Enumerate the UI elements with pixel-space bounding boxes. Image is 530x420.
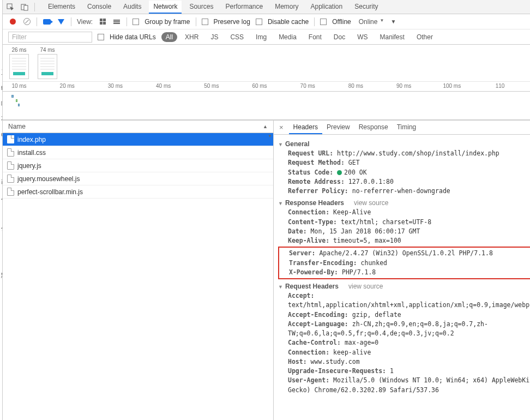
file-name: index.php	[17, 136, 46, 143]
filter-type-all[interactable]: All	[161, 32, 177, 42]
ruler-tick: 30 ms	[108, 83, 123, 89]
filter-type-doc[interactable]: Doc	[329, 32, 350, 42]
ruler-tick: 50 ms	[204, 83, 219, 89]
file-icon	[7, 175, 14, 183]
overview-waterfall[interactable]	[3, 92, 530, 120]
ruler-tick: 20 ms	[60, 83, 75, 89]
ruler-tick: 80 ms	[348, 83, 363, 89]
panel-tabbar: ElementsConsoleAuditsNetworkSourcesPerfo…	[3, 0, 530, 14]
section-request-headers[interactable]: ▼Request Headersview source	[278, 283, 530, 290]
file-name: perfect-scrollbar.min.js	[17, 188, 83, 196]
filter-bar: Hide data URLs AllXHRJSCSSImgMediaFontDo…	[3, 29, 530, 45]
group-by-frame-checkbox[interactable]	[132, 19, 139, 25]
large-rows-icon[interactable]	[98, 17, 107, 26]
filter-input[interactable]	[8, 32, 92, 43]
file-name: jquery.mousewheel.js	[17, 175, 80, 183]
filter-type-manifest[interactable]: Manifest	[376, 32, 409, 42]
filter-type-font[interactable]: Font	[304, 32, 326, 42]
requests-table: Name▲ index.phpinstall.cssjquery.jsjquer…	[3, 121, 274, 420]
ruler-tick: 10 ms	[11, 83, 26, 89]
status-ok-icon	[337, 170, 342, 175]
devtools-panel: ElementsConsoleAuditsNetworkSourcesPerfo…	[3, 0, 530, 420]
ruler-tick: 40 ms	[156, 83, 171, 89]
file-icon	[7, 135, 14, 143]
name-column-header[interactable]: Name▲	[3, 121, 273, 133]
ruler-tick: 60 ms	[252, 83, 267, 89]
filter-type-other[interactable]: Other	[412, 32, 437, 42]
filmstrip-frame[interactable]: 74 ms	[37, 47, 58, 79]
record-icon[interactable]	[8, 17, 17, 26]
view-label: View:	[77, 18, 93, 26]
thumbnail-icon	[38, 54, 57, 79]
disable-cache-checkbox[interactable]	[256, 19, 262, 25]
hide-data-urls-checkbox[interactable]	[98, 34, 104, 40]
file-icon	[7, 148, 14, 157]
view-source-link[interactable]: view source	[348, 283, 383, 290]
hide-data-urls-label: Hide data URLs	[110, 33, 156, 41]
view-source-link[interactable]: view source	[354, 199, 388, 207]
details-tab-preview[interactable]: Preview	[322, 121, 354, 134]
caret-down-icon: ▼	[390, 19, 396, 25]
details-tab-timing[interactable]: Timing	[393, 121, 421, 134]
tab-elements[interactable]: Elements	[44, 1, 80, 14]
filmstrip-frame[interactable]: 26 ms	[8, 47, 30, 79]
offline-label: Offline	[332, 18, 351, 26]
ruler-tick: 90 ms	[396, 83, 411, 89]
preserve-log-label: Preserve log	[214, 18, 250, 26]
tab-performance[interactable]: Performance	[221, 1, 267, 14]
request-row[interactable]: install.css	[3, 146, 273, 159]
sort-asc-icon: ▲	[263, 124, 268, 129]
timeline-ruler[interactable]: 10 ms20 ms30 ms40 ms50 ms60 ms70 ms80 ms…	[3, 82, 530, 92]
tab-security[interactable]: Security	[350, 1, 382, 14]
filmstrip: 26 ms74 ms	[3, 45, 530, 82]
details-tab-headers[interactable]: Headers	[289, 121, 322, 134]
tab-audits[interactable]: Audits	[119, 1, 146, 14]
ruler-tick: 70 ms	[300, 83, 315, 89]
filter-icon[interactable]	[57, 17, 65, 26]
filter-type-xhr[interactable]: XHR	[180, 32, 203, 42]
inspect-icon[interactable]	[6, 3, 15, 11]
file-icon	[7, 161, 14, 170]
request-row[interactable]: jquery.js	[3, 159, 273, 172]
tab-network[interactable]: Network	[149, 1, 182, 14]
small-rows-icon[interactable]	[112, 17, 121, 26]
ruler-tick: 100 ms	[443, 83, 461, 89]
highlighted-server-headers: Server: Apache/2.4.27 (Win32) OpenSSL/1.…	[278, 247, 530, 279]
section-general[interactable]: ▼General	[278, 140, 530, 148]
request-row[interactable]: jquery.mousewheel.js	[3, 172, 273, 185]
thumbnail-icon	[9, 54, 29, 79]
offline-checkbox[interactable]	[320, 19, 327, 25]
disable-cache-label: Disable cache	[268, 18, 309, 26]
request-row[interactable]: index.php	[3, 133, 273, 146]
throttling-select[interactable]: Online	[357, 17, 386, 26]
tab-memory[interactable]: Memory	[270, 1, 303, 14]
section-response-headers[interactable]: ▼Response Headersview source	[278, 199, 530, 207]
group-by-frame-label: Group by frame	[144, 18, 190, 26]
separator	[34, 3, 35, 11]
ruler-tick: 110	[496, 83, 505, 89]
device-toggle-icon[interactable]	[20, 3, 29, 11]
file-icon	[7, 188, 14, 196]
filter-type-js[interactable]: JS	[206, 32, 222, 42]
details-tab-response[interactable]: Response	[354, 121, 393, 134]
clear-icon[interactable]	[22, 17, 31, 26]
filter-type-media[interactable]: Media	[274, 32, 301, 42]
filter-type-img[interactable]: Img	[251, 32, 271, 42]
tab-sources[interactable]: Sources	[185, 1, 218, 14]
file-name: install.css	[17, 149, 46, 157]
screenshot-icon[interactable]	[43, 17, 51, 26]
preserve-log-checkbox[interactable]	[202, 19, 208, 25]
details-tabbar: × HeadersPreviewResponseTiming	[274, 121, 530, 135]
file-name: jquery.js	[17, 162, 41, 170]
svg-rect-2	[24, 5, 28, 10]
filter-type-ws[interactable]: WS	[353, 32, 372, 42]
tab-application[interactable]: Application	[306, 1, 347, 14]
filter-type-css[interactable]: CSS	[226, 32, 248, 42]
close-details-icon[interactable]: ×	[276, 123, 287, 131]
network-toolbar: View: Group by frame Preserve log Disabl…	[3, 14, 530, 29]
request-row[interactable]: perfect-scrollbar.min.js	[3, 185, 273, 199]
tab-console[interactable]: Console	[83, 1, 116, 14]
details-pane: × HeadersPreviewResponseTiming ▼General …	[274, 121, 530, 420]
